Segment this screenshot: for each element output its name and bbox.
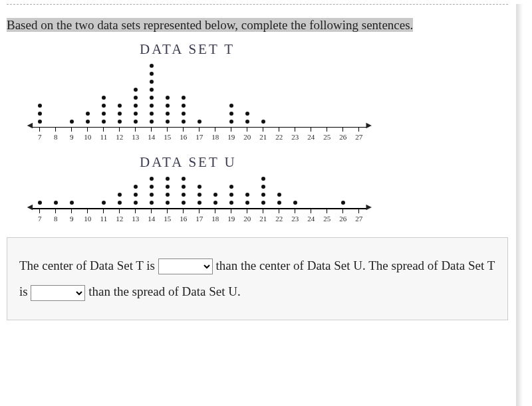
axis-arrow-left-icon: ◄: [25, 203, 35, 212]
data-dot: [118, 193, 122, 197]
dot-plot-column: 16: [176, 94, 192, 142]
dot-stack: [54, 199, 58, 207]
tick-mark: [231, 209, 231, 213]
data-dot: [134, 88, 138, 92]
data-dot: [166, 177, 170, 181]
tick-mark: [279, 209, 279, 213]
tick-label: 25: [323, 133, 331, 141]
dot-plot-column: 22: [271, 123, 287, 142]
axis-arrow-right-icon: ►: [364, 203, 374, 212]
tick-mark: [247, 128, 247, 132]
data-dot: [118, 112, 122, 116]
data-dot: [54, 201, 58, 205]
tick-mark: [71, 128, 72, 132]
axis-arrow-left-icon: ◄: [25, 121, 35, 130]
data-dot: [150, 64, 154, 68]
tick-mark: [199, 209, 200, 213]
tick-label: 27: [355, 133, 362, 141]
dot-plot-column: 15: [160, 94, 176, 142]
tick-mark: [342, 128, 343, 132]
tick-mark: [103, 209, 104, 213]
data-dot: [198, 120, 201, 124]
tick-label: 16: [180, 215, 187, 223]
dot-plot-column: 24: [303, 204, 319, 223]
dot-stack: [150, 62, 154, 126]
dot-plot-column: 21: [255, 175, 271, 223]
dot-stack: [198, 118, 201, 126]
tick-label: 8: [54, 215, 58, 223]
data-dot: [229, 104, 233, 108]
tick-label: 11: [100, 215, 108, 223]
tick-label: 9: [70, 215, 74, 223]
tick-mark: [342, 209, 343, 213]
tick-label: 21: [259, 133, 267, 141]
dot-plot-column: 24: [303, 123, 319, 142]
dot-plot-column: 9: [64, 199, 80, 223]
data-dot: [245, 112, 249, 116]
dot-stack: [70, 118, 74, 126]
tick-mark: [295, 209, 295, 213]
spread-compare-select[interactable]: lessgreater: [31, 285, 85, 301]
tick-label: 17: [196, 133, 203, 141]
dot-plot-column: 13: [128, 86, 144, 142]
tick-mark: [215, 209, 215, 213]
dot-stack: [293, 199, 297, 207]
tick-mark: [358, 128, 359, 132]
dot-plot-column: 10: [80, 204, 96, 223]
tick-label: 23: [291, 215, 299, 223]
data-dot: [182, 201, 186, 205]
tick-mark: [295, 128, 295, 132]
tick-mark: [263, 209, 263, 213]
dot-plot-column: 25: [319, 204, 335, 223]
data-dot: [150, 104, 154, 108]
dot-plot-column: 13: [128, 183, 144, 223]
dot-stack: [134, 183, 138, 207]
tick-mark: [135, 209, 136, 213]
tick-label: 16: [180, 133, 187, 141]
data-dot: [229, 201, 233, 205]
data-dot: [213, 193, 217, 197]
dot-plot-column: 18: [207, 123, 223, 142]
dot-plot-axis: ◄789101112131415161718192021222324252627…: [25, 62, 508, 142]
tick-label: 10: [84, 215, 91, 223]
tick-mark: [311, 128, 311, 132]
tick-label: 26: [339, 133, 346, 141]
tick-mark: [119, 128, 120, 132]
dot-plot-column: 14: [144, 175, 160, 223]
tick-mark: [183, 209, 184, 213]
dot-stack: [213, 191, 217, 207]
tick-label: 14: [148, 133, 155, 141]
dot-stack: [245, 191, 249, 207]
dot-plot-column: 17: [192, 183, 207, 223]
data-dot: [134, 185, 138, 189]
tick-mark: [199, 128, 200, 132]
dot-plot: DATA SET U◄78910111213141516171819202122…: [7, 154, 508, 223]
dot-stack: [341, 199, 345, 207]
data-dot: [166, 201, 170, 205]
dot-stack: [102, 199, 106, 207]
tick-mark: [215, 128, 215, 132]
dot-plot-column: 20: [239, 191, 255, 223]
data-dot: [261, 177, 265, 181]
dot-stack: [229, 183, 233, 207]
question-prompt: Based on the two data sets represented b…: [7, 17, 508, 35]
dot-stack: [277, 191, 281, 207]
tick-label: 17: [196, 215, 203, 223]
data-dot: [277, 201, 281, 205]
data-dot: [118, 120, 122, 124]
tick-label: 26: [339, 215, 346, 223]
answer-box: The center of Data Set T is lessgreater …: [7, 237, 508, 321]
data-dot: [150, 80, 154, 84]
tick-mark: [55, 209, 56, 213]
data-dot: [70, 201, 74, 205]
tick-mark: [279, 128, 279, 132]
center-compare-select[interactable]: lessgreater: [158, 258, 213, 274]
dot-plot-column: 14: [144, 62, 160, 142]
data-dot: [182, 185, 186, 189]
tick-mark: [327, 209, 327, 213]
data-dot: [245, 201, 249, 205]
dot-plots-container: DATA SET T◄78910111213141516171819202122…: [7, 41, 508, 223]
dot-stack: [229, 102, 233, 126]
dot-plot-column: 12: [112, 102, 128, 142]
data-dot: [166, 104, 170, 108]
